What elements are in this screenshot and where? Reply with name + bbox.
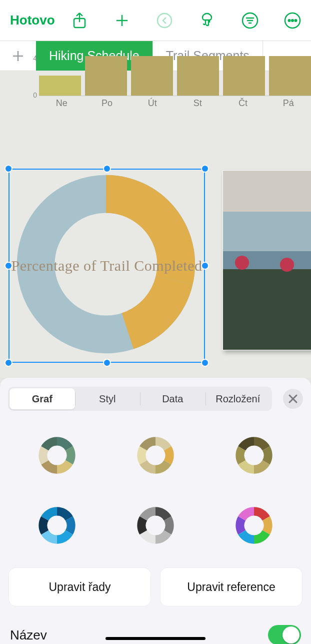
svg-point-1 [158,14,172,28]
bar-chart[interactable]: 4 0 Ne Po Út St Čt Pá [39,56,311,116]
add-icon[interactable] [114,12,130,29]
photo-object[interactable] [222,170,311,350]
done-button[interactable]: Hotovo [10,13,55,28]
resize-handle[interactable] [201,262,209,270]
title-switch[interactable] [268,625,301,644]
chart-style-swatch[interactable] [38,436,76,475]
selection-rect [8,169,205,363]
resize-handle[interactable] [103,359,111,367]
resize-handle[interactable] [4,262,12,270]
tab-graf[interactable]: Graf [10,388,75,409]
bar [39,76,81,96]
filter-icon[interactable] [242,12,258,29]
svg-point-6 [295,20,297,22]
svg-point-4 [288,20,290,22]
share-icon[interactable] [71,12,88,29]
chart-style-swatches [8,411,303,568]
chart-style-swatch[interactable] [234,436,274,475]
bar [85,56,127,96]
undo-icon[interactable] [156,12,173,29]
svg-point-5 [292,20,294,22]
edit-references-button[interactable]: Upravit reference [160,568,302,606]
chart-style-swatch[interactable] [136,436,175,475]
resize-handle[interactable] [103,165,111,173]
top-toolbar: Hotovo [0,0,311,41]
sheet-canvas[interactable]: 4 0 Ne Po Út St Čt Pá Percentage of Tra [0,71,311,378]
resize-handle[interactable] [201,359,209,367]
resize-handle[interactable] [4,359,12,367]
title-label: Název [10,627,47,643]
resize-handle[interactable] [4,165,12,173]
tab-styl[interactable]: Styl [75,388,140,409]
format-tabs: Graf Styl Data Rozložení [8,387,272,411]
donut-chart-selected[interactable]: Percentage of Trail Completed [8,169,205,363]
format-brush-icon[interactable] [198,12,216,29]
home-indicator [106,637,206,640]
bar [131,56,173,96]
more-icon[interactable] [284,12,301,29]
chart-style-swatch[interactable] [234,506,274,545]
x-axis-labels: Ne Po Út St Čt Pá [39,98,311,109]
chart-style-swatch[interactable] [38,506,76,545]
close-icon [288,394,298,404]
edit-series-button[interactable]: Upravit řady [9,568,150,606]
chart-style-swatch[interactable] [136,506,175,545]
format-panel: Graf Styl Data Rozložení Upravit řady Up… [0,378,311,644]
bar [223,56,265,96]
tab-data[interactable]: Data [140,388,206,409]
close-panel-button[interactable] [283,389,303,409]
resize-handle[interactable] [201,165,209,173]
bar [177,56,219,96]
tab-rozlozeni[interactable]: Rozložení [206,388,271,409]
y-tick: 0 [30,91,37,99]
y-tick: 4 [30,54,37,62]
bar [269,56,311,96]
